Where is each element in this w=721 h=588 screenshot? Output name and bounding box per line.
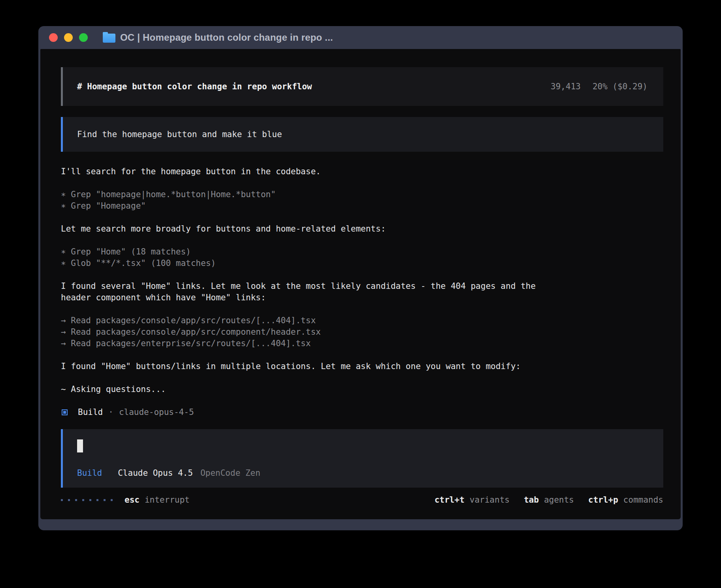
user-message: Find the homepage button and make it blu…	[61, 117, 663, 152]
tab-key: tab	[524, 494, 539, 506]
assistant-text: I'll search for the homepage button in t…	[61, 166, 541, 177]
status-bar: esc interrupt ctrl+t variants tab agents…	[61, 491, 663, 509]
terminal-window: OC | Homepage button color change in rep…	[38, 26, 683, 530]
ctrl-t-label: variants	[470, 494, 510, 506]
spinner-dot	[96, 499, 98, 501]
agent-status-line: Build · claude-opus-4-5	[61, 407, 663, 418]
separator-dot: ·	[108, 407, 113, 418]
assistant-text: Let me search more broadly for buttons a…	[61, 223, 541, 235]
tool-call-glob: ∗ Glob "**/*.tsx" (100 matches)	[61, 258, 541, 269]
window-title: OC | Homepage button color change in rep…	[120, 32, 333, 43]
ctrl-p-label: commands	[623, 494, 663, 506]
zoom-button[interactable]	[79, 33, 88, 42]
spinner-dots	[61, 499, 113, 501]
hint-agents: tab agents	[524, 494, 574, 506]
spinner-dot	[61, 499, 63, 501]
tool-call-grep: ∗ Grep "Homepage"	[61, 200, 541, 212]
tool-call-grep: ∗ Grep "homepage|home.*button|Home.*butt…	[61, 189, 541, 200]
token-count: 39,413	[551, 81, 581, 92]
user-message-text: Find the homepage button and make it blu…	[77, 129, 282, 140]
spinner-dot	[82, 499, 84, 501]
terminal-content: # Homepage button color change in repo w…	[40, 49, 681, 519]
esc-key: esc	[125, 494, 140, 506]
folder-icon	[103, 34, 115, 43]
hint-variants: ctrl+t variants	[434, 494, 510, 506]
ctrl-p-key: ctrl+p	[588, 494, 618, 506]
tool-call-read: → Read packages/console/app/src/componen…	[61, 326, 541, 338]
assistant-text: I found "Home" buttons/links in multiple…	[61, 361, 541, 372]
assistant-transcript: I'll search for the homepage button in t…	[61, 166, 541, 395]
text-cursor	[77, 439, 83, 452]
prompt-input[interactable]: Build Claude Opus 4.5 OpenCode Zen	[61, 429, 663, 488]
spinner-dot	[75, 499, 77, 501]
window-titlebar[interactable]: OC | Homepage button color change in rep…	[40, 26, 681, 49]
status-bar-right: ctrl+t variants tab agents ctrl+p comman…	[434, 494, 663, 506]
spinner-dot	[68, 499, 70, 501]
spinner-dot	[111, 499, 113, 501]
session-header: # Homepage button color change in repo w…	[61, 67, 663, 106]
model-id: claude-opus-4-5	[119, 407, 194, 418]
active-agent-label: Build	[77, 467, 102, 479]
session-title: # Homepage button color change in repo w…	[77, 81, 312, 92]
provider-label: OpenCode Zen	[200, 467, 260, 479]
tool-call-read: → Read packages/enterprise/src/routes/[.…	[61, 338, 541, 349]
traffic-lights	[49, 33, 88, 42]
minimize-button[interactable]	[64, 33, 73, 42]
tab-label: agents	[544, 494, 574, 506]
assistant-status-text: ~ Asking questions...	[61, 384, 541, 395]
ctrl-t-key: ctrl+t	[434, 494, 464, 506]
assistant-text: I found several "Home" links. Let me loo…	[61, 281, 541, 303]
spinner-dot	[89, 499, 91, 501]
agent-build-icon	[62, 409, 68, 415]
input-status-row: Build Claude Opus 4.5 OpenCode Zen	[77, 467, 663, 479]
tool-call-read: → Read packages/console/app/src/routes/[…	[61, 315, 541, 326]
spinner-dot	[104, 499, 106, 501]
agent-name: Build	[78, 407, 103, 418]
active-model-label: Claude Opus 4.5	[118, 467, 193, 479]
tool-call-grep: ∗ Grep "Home" (18 matches)	[61, 246, 541, 258]
hint-commands: ctrl+p commands	[588, 494, 663, 506]
hint-interrupt: esc interrupt	[125, 494, 190, 506]
status-bar-left: esc interrupt	[61, 494, 190, 506]
context-cost: 20% ($0.29)	[593, 81, 647, 92]
close-button[interactable]	[49, 33, 58, 42]
session-stats: 39,413 20% ($0.29)	[551, 81, 647, 92]
esc-key-label: interrupt	[145, 494, 190, 506]
